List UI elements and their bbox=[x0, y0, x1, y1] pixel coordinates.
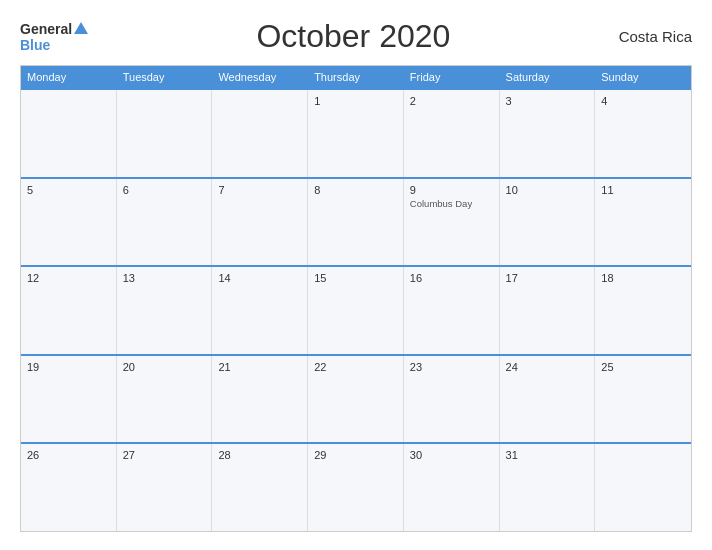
logo-general-text: General bbox=[20, 21, 72, 37]
day-number: 1 bbox=[314, 95, 397, 107]
calendar-week-3: 12131415161718 bbox=[21, 265, 691, 354]
day-number: 25 bbox=[601, 361, 685, 373]
weekday-saturday: Saturday bbox=[500, 66, 596, 88]
day-number: 21 bbox=[218, 361, 301, 373]
calendar-cell: 24 bbox=[500, 356, 596, 443]
weekday-thursday: Thursday bbox=[308, 66, 404, 88]
weekday-friday: Friday bbox=[404, 66, 500, 88]
calendar-cell: 7 bbox=[212, 179, 308, 266]
calendar-cell: 29 bbox=[308, 444, 404, 531]
weekday-monday: Monday bbox=[21, 66, 117, 88]
logo-triangle-icon bbox=[74, 22, 88, 34]
day-number: 7 bbox=[218, 184, 301, 196]
calendar-cell: 13 bbox=[117, 267, 213, 354]
day-number: 22 bbox=[314, 361, 397, 373]
calendar-week-4: 19202122232425 bbox=[21, 354, 691, 443]
day-number: 28 bbox=[218, 449, 301, 461]
day-number: 29 bbox=[314, 449, 397, 461]
calendar-cell: 27 bbox=[117, 444, 213, 531]
calendar-body: 123456789Columbus Day1011121314151617181… bbox=[21, 88, 691, 531]
day-event: Columbus Day bbox=[410, 198, 493, 209]
day-number: 24 bbox=[506, 361, 589, 373]
calendar-cell: 25 bbox=[595, 356, 691, 443]
day-number: 31 bbox=[506, 449, 589, 461]
day-number: 19 bbox=[27, 361, 110, 373]
day-number: 10 bbox=[506, 184, 589, 196]
day-number: 18 bbox=[601, 272, 685, 284]
calendar-cell: 12 bbox=[21, 267, 117, 354]
weekday-wednesday: Wednesday bbox=[212, 66, 308, 88]
calendar-cell: 20 bbox=[117, 356, 213, 443]
calendar-cell: 16 bbox=[404, 267, 500, 354]
day-number: 26 bbox=[27, 449, 110, 461]
day-number: 11 bbox=[601, 184, 685, 196]
country-label: Costa Rica bbox=[619, 28, 692, 45]
calendar-cell: 15 bbox=[308, 267, 404, 354]
calendar-cell bbox=[595, 444, 691, 531]
logo: General Blue bbox=[20, 21, 88, 53]
calendar-cell: 28 bbox=[212, 444, 308, 531]
calendar-week-5: 262728293031 bbox=[21, 442, 691, 531]
calendar-cell: 9Columbus Day bbox=[404, 179, 500, 266]
weekday-tuesday: Tuesday bbox=[117, 66, 213, 88]
day-number: 6 bbox=[123, 184, 206, 196]
header: General Blue October 2020 Costa Rica bbox=[20, 18, 692, 55]
day-number: 8 bbox=[314, 184, 397, 196]
day-number: 4 bbox=[601, 95, 685, 107]
day-number: 30 bbox=[410, 449, 493, 461]
calendar-cell: 31 bbox=[500, 444, 596, 531]
calendar-cell: 11 bbox=[595, 179, 691, 266]
calendar-cell bbox=[117, 90, 213, 177]
calendar: Monday Tuesday Wednesday Thursday Friday… bbox=[20, 65, 692, 532]
page: General Blue October 2020 Costa Rica Mon… bbox=[0, 0, 712, 550]
calendar-cell: 6 bbox=[117, 179, 213, 266]
day-number: 17 bbox=[506, 272, 589, 284]
calendar-cell: 18 bbox=[595, 267, 691, 354]
day-number: 27 bbox=[123, 449, 206, 461]
calendar-header: Monday Tuesday Wednesday Thursday Friday… bbox=[21, 66, 691, 88]
calendar-cell: 21 bbox=[212, 356, 308, 443]
calendar-cell: 23 bbox=[404, 356, 500, 443]
calendar-cell: 14 bbox=[212, 267, 308, 354]
calendar-week-2: 56789Columbus Day1011 bbox=[21, 177, 691, 266]
day-number: 9 bbox=[410, 184, 493, 196]
calendar-cell: 2 bbox=[404, 90, 500, 177]
calendar-cell: 22 bbox=[308, 356, 404, 443]
day-number: 14 bbox=[218, 272, 301, 284]
calendar-cell: 4 bbox=[595, 90, 691, 177]
calendar-cell: 19 bbox=[21, 356, 117, 443]
calendar-week-1: 1234 bbox=[21, 88, 691, 177]
calendar-cell bbox=[212, 90, 308, 177]
day-number: 23 bbox=[410, 361, 493, 373]
day-number: 3 bbox=[506, 95, 589, 107]
day-number: 13 bbox=[123, 272, 206, 284]
day-number: 5 bbox=[27, 184, 110, 196]
calendar-cell: 26 bbox=[21, 444, 117, 531]
day-number: 20 bbox=[123, 361, 206, 373]
calendar-cell: 10 bbox=[500, 179, 596, 266]
day-number: 15 bbox=[314, 272, 397, 284]
calendar-cell: 1 bbox=[308, 90, 404, 177]
calendar-cell: 30 bbox=[404, 444, 500, 531]
calendar-cell: 3 bbox=[500, 90, 596, 177]
calendar-cell: 5 bbox=[21, 179, 117, 266]
page-title: October 2020 bbox=[88, 18, 619, 55]
day-number: 2 bbox=[410, 95, 493, 107]
weekday-sunday: Sunday bbox=[595, 66, 691, 88]
day-number: 16 bbox=[410, 272, 493, 284]
calendar-cell: 8 bbox=[308, 179, 404, 266]
day-number: 12 bbox=[27, 272, 110, 284]
calendar-cell bbox=[21, 90, 117, 177]
calendar-cell: 17 bbox=[500, 267, 596, 354]
logo-blue-text: Blue bbox=[20, 37, 50, 53]
